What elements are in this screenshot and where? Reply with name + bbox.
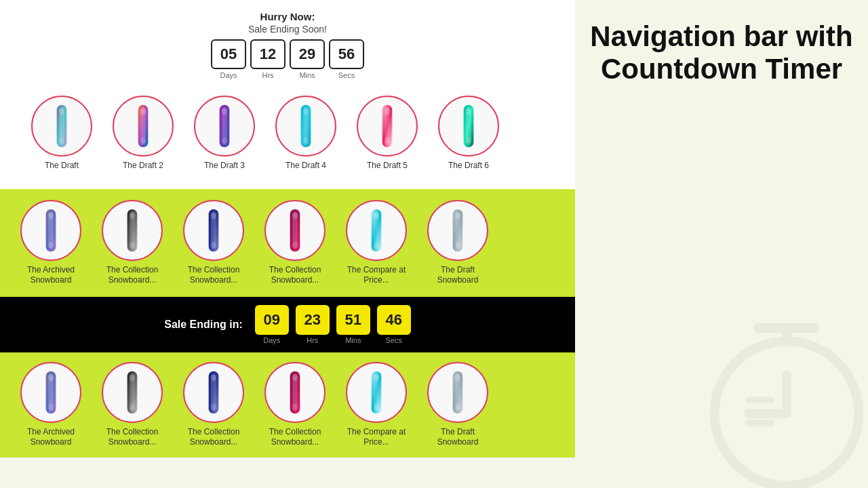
svg-point-35 xyxy=(211,241,216,249)
product-name: The Collection Snowboard... xyxy=(176,265,251,286)
svg-point-27 xyxy=(48,241,53,249)
days-box-1: 05 Days xyxy=(211,39,246,79)
svg-point-31 xyxy=(130,241,134,249)
svg-point-58 xyxy=(211,373,216,381)
svg-point-18 xyxy=(384,107,389,115)
products-row-3: The Archived Snowboard The Collection Sn… xyxy=(14,362,561,448)
svg-point-39 xyxy=(292,241,297,249)
days-num-1: 05 xyxy=(211,39,246,69)
product-item[interactable]: The Collection Snowboard... xyxy=(176,200,251,286)
product-item[interactable]: The Draft 6 xyxy=(431,96,506,171)
section-green-bottom: The Archived Snowboard The Collection Sn… xyxy=(0,352,575,458)
svg-point-50 xyxy=(48,373,53,381)
mins-num-1: 29 xyxy=(290,39,325,69)
svg-point-7 xyxy=(140,138,145,145)
product-item[interactable]: The Draft xyxy=(24,96,99,171)
right-title: Navigation bar with Countdown Timer xyxy=(589,20,854,86)
svg-point-30 xyxy=(130,211,134,219)
product-item[interactable]: The Compare at Price... xyxy=(339,200,414,286)
days-unit-3: Days xyxy=(263,336,280,344)
countdown-header: Hurry Now: Sale Ending Soon! 05 Days 12 … xyxy=(14,11,561,79)
hrs-num-3: 23 xyxy=(296,305,330,335)
timer-row-1: 05 Days 12 Hrs 29 Mins 56 Secs xyxy=(14,39,561,79)
secs-unit-3: Secs xyxy=(386,336,402,344)
secs-box-1: 56 Secs xyxy=(329,39,364,79)
product-circle xyxy=(264,200,326,261)
product-circle xyxy=(20,200,81,261)
svg-point-59 xyxy=(211,403,216,411)
product-name: The Draft 2 xyxy=(123,161,163,171)
svg-point-3 xyxy=(59,138,64,145)
product-item[interactable]: The Collection Snowboard... xyxy=(258,362,332,448)
hrs-num-1: 12 xyxy=(250,39,285,69)
product-circle xyxy=(183,362,244,423)
products-row-2: The Archived Snowboard The Collection Sn… xyxy=(14,200,561,286)
svg-point-70 xyxy=(455,373,460,381)
product-circle xyxy=(346,200,407,261)
timer-icon xyxy=(692,309,868,488)
product-item[interactable]: The Archived Snowboard xyxy=(14,200,88,286)
product-item[interactable]: The Compare at Price... xyxy=(339,362,414,448)
mins-unit-3: Mins xyxy=(345,336,361,344)
svg-point-47 xyxy=(455,241,460,249)
svg-point-2 xyxy=(59,107,64,115)
product-circle xyxy=(183,200,244,261)
product-circle xyxy=(264,362,326,423)
svg-point-11 xyxy=(222,138,226,145)
product-name: The Draft Snowboard xyxy=(420,427,495,448)
section-white: Hurry Now: Sale Ending Soon! 05 Days 12 … xyxy=(0,0,575,189)
product-item[interactable]: The Draft 3 xyxy=(187,96,262,171)
days-num-3: 09 xyxy=(255,305,289,335)
svg-point-43 xyxy=(374,241,378,249)
svg-point-6 xyxy=(140,107,145,115)
svg-point-66 xyxy=(374,373,378,381)
hrs-box-3: 23 Hrs xyxy=(296,305,330,344)
product-circle xyxy=(427,362,488,423)
product-circle xyxy=(194,96,255,157)
product-item[interactable]: The Collection Snowboard... xyxy=(176,362,251,448)
product-item[interactable]: The Archived Snowboard xyxy=(14,362,88,448)
mins-num-3: 51 xyxy=(336,305,370,335)
section-green: The Archived Snowboard The Collection Sn… xyxy=(0,189,575,297)
product-item[interactable]: The Collection Snowboard... xyxy=(95,362,170,448)
product-item[interactable]: The Collection Snowboard... xyxy=(258,200,332,286)
product-item[interactable]: The Draft Snowboard xyxy=(420,200,495,286)
product-name: The Collection Snowboard... xyxy=(258,265,332,286)
products-row-1: The Draft The Draft 2 xyxy=(14,89,561,176)
section-black-green: Sale Ending in: 09 Days 23 Hrs 51 Mins 4… xyxy=(0,297,575,458)
product-name: The Collection Snowboard... xyxy=(258,427,332,448)
secs-box-3: 46 Secs xyxy=(377,305,411,344)
product-item[interactable]: The Draft 2 xyxy=(106,96,180,171)
product-name: The Archived Snowboard xyxy=(14,427,88,448)
product-item[interactable]: The Draft 5 xyxy=(350,96,425,171)
svg-point-10 xyxy=(222,107,226,115)
product-circle xyxy=(102,362,163,423)
product-item[interactable]: The Collection Snowboard... xyxy=(95,200,170,286)
mins-box-3: 51 Mins xyxy=(336,305,370,344)
product-name: The Draft 6 xyxy=(448,161,489,171)
product-name: The Draft 4 xyxy=(285,161,326,171)
hrs-unit-3: Hrs xyxy=(307,336,318,344)
product-item[interactable]: The Draft 4 xyxy=(269,96,343,171)
days-box-3: 09 Days xyxy=(255,305,289,344)
product-circle xyxy=(357,96,418,157)
product-name: The Draft Snowboard xyxy=(420,265,495,286)
svg-point-42 xyxy=(374,211,378,219)
product-item[interactable]: The Draft Snowboard xyxy=(420,362,495,448)
secs-num-1: 56 xyxy=(329,39,364,69)
product-name: The Collection Snowboard... xyxy=(95,265,170,286)
svg-point-23 xyxy=(466,138,471,145)
product-name: The Draft 5 xyxy=(367,161,408,171)
product-circle xyxy=(113,96,174,157)
product-circle xyxy=(102,200,163,261)
svg-point-19 xyxy=(384,138,389,145)
product-circle xyxy=(346,362,407,423)
product-name: The Draft 3 xyxy=(204,161,245,171)
product-circle xyxy=(20,362,81,423)
svg-point-62 xyxy=(292,373,297,381)
svg-point-34 xyxy=(211,211,216,219)
black-bar: Sale Ending in: 09 Days 23 Hrs 51 Mins 4… xyxy=(0,297,575,352)
svg-point-46 xyxy=(455,211,460,219)
product-circle xyxy=(31,96,92,157)
svg-point-15 xyxy=(303,138,308,145)
